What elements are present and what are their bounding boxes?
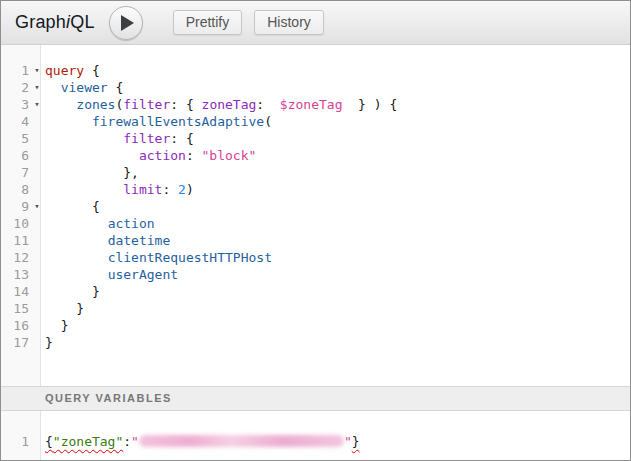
- token-pun: [45, 97, 76, 112]
- fold-arrow-icon[interactable]: ▾: [29, 96, 45, 113]
- code-line[interactable]: 17}: [1, 334, 630, 351]
- line-number: 17: [1, 334, 29, 351]
- query-editor[interactable]: 1▾query {2▾ viewer {3▾ zones(filter: { z…: [1, 45, 630, 386]
- token-pun: [45, 131, 123, 146]
- code-text: query {: [45, 62, 100, 79]
- token-pun: }: [45, 301, 84, 316]
- variables-editor[interactable]: 1{"zoneTag":""}: [1, 411, 630, 460]
- code-line[interactable]: 7 },: [1, 164, 630, 181]
- variables-code-area[interactable]: 1{"zoneTag":""}: [1, 433, 630, 450]
- token-pun: [45, 114, 92, 129]
- code-text: limit: 2): [45, 181, 194, 198]
- fold-gutter-spacer: [29, 164, 45, 181]
- code-text: viewer {: [45, 79, 123, 96]
- token-prop: datetime: [108, 233, 171, 248]
- code-line[interactable]: 3▾ zones(filter: { zoneTag: $zoneTag } )…: [1, 96, 630, 113]
- code-line[interactable]: 1{"zoneTag":""}: [1, 433, 630, 450]
- code-text: userAgent: [45, 266, 178, 283]
- fold-gutter-spacer: [29, 317, 45, 334]
- token-attr: zoneTag: [202, 97, 257, 112]
- line-number: 7: [1, 164, 29, 181]
- code-text: action: "block": [45, 147, 256, 164]
- code-line[interactable]: 9▾ {: [1, 198, 630, 215]
- line-number: 1: [1, 62, 29, 79]
- graphiql-window: GraphiQL Prettify History 1▾query {2▾ vi…: [0, 0, 631, 461]
- code-text: {"zoneTag":""}: [45, 433, 360, 450]
- line-number: 16: [1, 317, 29, 334]
- token-attr: filter: [123, 131, 170, 146]
- fold-arrow-icon[interactable]: ▾: [29, 198, 45, 215]
- code-line[interactable]: 6 action: "block": [1, 147, 630, 164]
- code-line[interactable]: 2▾ viewer {: [1, 79, 630, 96]
- token-prop: viewer: [61, 80, 108, 95]
- line-number: 3: [1, 96, 29, 113]
- fold-gutter-spacer: [29, 433, 45, 450]
- code-line[interactable]: 15 }: [1, 300, 630, 317]
- line-number: 12: [1, 249, 29, 266]
- code-text: }: [45, 283, 100, 300]
- line-number: 6: [1, 147, 29, 164]
- token-var: $zoneTag: [280, 97, 343, 112]
- prettify-button[interactable]: Prettify: [173, 10, 243, 35]
- token-attr: filter: [123, 97, 170, 112]
- code-line[interactable]: 1▾query {: [1, 62, 630, 79]
- line-number: 10: [1, 215, 29, 232]
- token-pun: }: [45, 335, 53, 350]
- token-prop: firewallEventsAdaptive: [92, 114, 264, 129]
- code-line[interactable]: 5 filter: {: [1, 130, 630, 147]
- line-number: 9: [1, 198, 29, 215]
- token-pun: {: [108, 80, 124, 95]
- token-pun: [45, 182, 123, 197]
- code-line[interactable]: 10 action: [1, 215, 630, 232]
- fold-gutter-spacer: [29, 283, 45, 300]
- token-str: "block": [202, 148, 257, 163]
- token-pun: [45, 267, 108, 282]
- token-pun: ): [186, 182, 194, 197]
- token-num: 2: [178, 182, 186, 197]
- fold-arrow-icon[interactable]: ▾: [29, 79, 45, 96]
- code-text: clientRequestHTTPHost: [45, 249, 272, 266]
- token-str: ": [131, 434, 139, 449]
- code-text: },: [45, 164, 139, 181]
- fold-gutter-spacer: [29, 266, 45, 283]
- logo-text-ql: QL: [70, 12, 94, 32]
- logo-text-graph: Graph: [15, 12, 66, 32]
- line-number: 4: [1, 113, 29, 130]
- token-pun: [45, 233, 108, 248]
- code-text: datetime: [45, 232, 170, 249]
- code-text: {: [45, 198, 100, 215]
- fold-gutter-spacer: [29, 215, 45, 232]
- fold-gutter-spacer: [29, 181, 45, 198]
- token-pun: {: [45, 199, 100, 214]
- fold-gutter-spacer: [29, 249, 45, 266]
- token-attr: limit: [123, 182, 162, 197]
- fold-gutter-spacer: [29, 300, 45, 317]
- code-line[interactable]: 14 }: [1, 283, 630, 300]
- history-button[interactable]: History: [254, 10, 324, 35]
- token-pun: :: [162, 182, 178, 197]
- code-line[interactable]: 4 firewallEventsAdaptive(: [1, 113, 630, 130]
- fold-gutter-spacer: [29, 334, 45, 351]
- token-pun: :: [256, 97, 279, 112]
- code-line[interactable]: 16 }: [1, 317, 630, 334]
- token-str: ": [344, 434, 352, 449]
- token-prop: clientRequestHTTPHost: [108, 250, 272, 265]
- token-pun: : {: [170, 131, 193, 146]
- code-line[interactable]: 11 datetime: [1, 232, 630, 249]
- token-pun: [45, 216, 108, 231]
- token-pun: :: [123, 434, 131, 449]
- code-text: }: [45, 334, 53, 351]
- query-variables-header[interactable]: QUERY VARIABLES: [1, 386, 630, 411]
- code-line[interactable]: 8 limit: 2): [1, 181, 630, 198]
- execute-query-button[interactable]: [109, 6, 143, 40]
- line-number: 11: [1, 232, 29, 249]
- token-pun: {: [84, 63, 100, 78]
- query-code-area[interactable]: 1▾query {2▾ viewer {3▾ zones(filter: { z…: [1, 62, 630, 351]
- line-number: 1: [1, 433, 29, 450]
- fold-gutter-spacer: [29, 113, 45, 130]
- fold-arrow-icon[interactable]: ▾: [29, 62, 45, 79]
- code-line[interactable]: 12 clientRequestHTTPHost: [1, 249, 630, 266]
- token-kw: query: [45, 63, 84, 78]
- token-pun: (: [264, 114, 272, 129]
- code-line[interactable]: 13 userAgent: [1, 266, 630, 283]
